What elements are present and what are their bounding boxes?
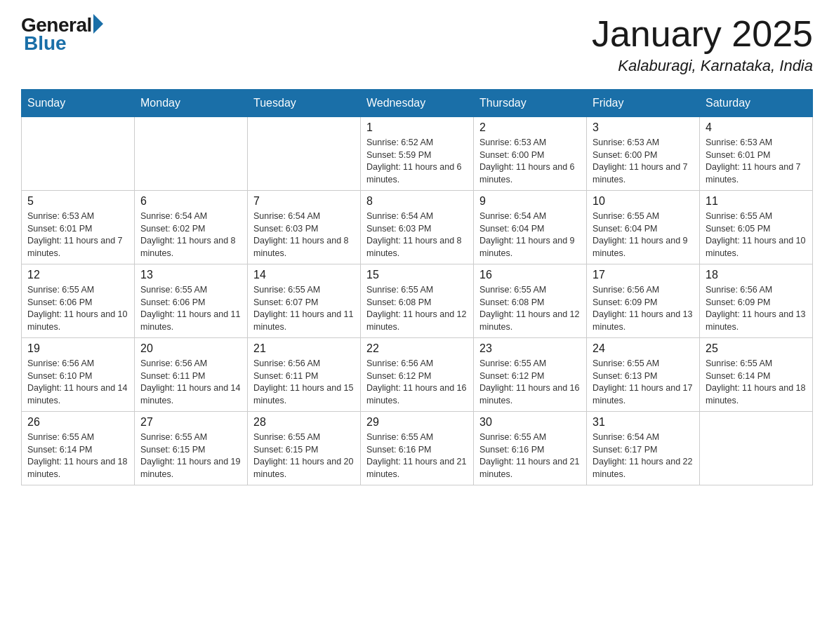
day-info: Sunrise: 6:55 AMSunset: 6:05 PMDaylight:…: [706, 210, 807, 260]
calendar-cell: 26Sunrise: 6:55 AMSunset: 6:14 PMDayligh…: [22, 412, 135, 485]
calendar-cell: 21Sunrise: 6:56 AMSunset: 6:11 PMDayligh…: [248, 338, 361, 412]
day-info: Sunrise: 6:55 AMSunset: 6:14 PMDaylight:…: [706, 358, 807, 407]
calendar-cell: 1Sunrise: 6:52 AMSunset: 5:59 PMDaylight…: [361, 117, 474, 191]
day-number: 11: [706, 195, 807, 208]
day-number: 30: [479, 416, 581, 429]
calendar-body: 1Sunrise: 6:52 AMSunset: 5:59 PMDaylight…: [22, 117, 813, 485]
day-info: Sunrise: 6:55 AMSunset: 6:07 PMDaylight:…: [253, 284, 355, 333]
day-info: Sunrise: 6:56 AMSunset: 6:11 PMDaylight:…: [140, 358, 241, 407]
title-block: January 2025 Kalaburagi, Karnataka, Indi…: [592, 14, 813, 75]
calendar-cell: 28Sunrise: 6:55 AMSunset: 6:15 PMDayligh…: [248, 412, 361, 485]
day-number: 27: [140, 416, 241, 429]
calendar-week-row: 19Sunrise: 6:56 AMSunset: 6:10 PMDayligh…: [22, 338, 813, 412]
calendar-table: SundayMondayTuesdayWednesdayThursdayFrid…: [21, 89, 813, 485]
calendar-cell: 20Sunrise: 6:56 AMSunset: 6:11 PMDayligh…: [135, 338, 248, 412]
day-number: 18: [706, 269, 807, 281]
calendar-week-row: 5Sunrise: 6:53 AMSunset: 6:01 PMDaylight…: [22, 191, 813, 264]
calendar-cell: 18Sunrise: 6:56 AMSunset: 6:09 PMDayligh…: [700, 264, 813, 338]
location-text: Kalaburagi, Karnataka, India: [592, 57, 813, 75]
calendar-cell: 5Sunrise: 6:53 AMSunset: 6:01 PMDaylight…: [22, 191, 135, 264]
calendar-cell: 14Sunrise: 6:55 AMSunset: 6:07 PMDayligh…: [248, 264, 361, 338]
day-info: Sunrise: 6:55 AMSunset: 6:15 PMDaylight:…: [253, 431, 355, 481]
logo-blue-text: Blue: [24, 32, 67, 55]
day-info: Sunrise: 6:52 AMSunset: 5:59 PMDaylight:…: [366, 137, 468, 186]
calendar-cell: 3Sunrise: 6:53 AMSunset: 6:00 PMDaylight…: [587, 117, 700, 191]
day-number: 31: [593, 416, 694, 429]
calendar-cell: 10Sunrise: 6:55 AMSunset: 6:04 PMDayligh…: [587, 191, 700, 264]
weekday-header-saturday: Saturday: [700, 90, 813, 117]
day-number: 4: [706, 121, 807, 134]
calendar-cell: 19Sunrise: 6:56 AMSunset: 6:10 PMDayligh…: [22, 338, 135, 412]
day-info: Sunrise: 6:56 AMSunset: 6:12 PMDaylight:…: [366, 358, 468, 407]
day-number: 23: [479, 342, 581, 355]
day-info: Sunrise: 6:55 AMSunset: 6:08 PMDaylight:…: [366, 284, 468, 333]
day-info: Sunrise: 6:55 AMSunset: 6:06 PMDaylight:…: [27, 284, 128, 333]
weekday-header-tuesday: Tuesday: [248, 90, 361, 117]
day-number: 9: [479, 195, 581, 208]
calendar-cell: 2Sunrise: 6:53 AMSunset: 6:00 PMDaylight…: [474, 117, 587, 191]
calendar-cell: 11Sunrise: 6:55 AMSunset: 6:05 PMDayligh…: [700, 191, 813, 264]
calendar-cell: 4Sunrise: 6:53 AMSunset: 6:01 PMDaylight…: [700, 117, 813, 191]
day-info: Sunrise: 6:53 AMSunset: 6:00 PMDaylight:…: [593, 137, 694, 186]
day-number: 29: [366, 416, 468, 429]
day-info: Sunrise: 6:56 AMSunset: 6:10 PMDaylight:…: [27, 358, 128, 407]
calendar-cell: [22, 117, 135, 191]
day-number: 24: [593, 342, 694, 355]
day-number: 16: [479, 269, 581, 281]
day-number: 3: [593, 121, 694, 134]
day-info: Sunrise: 6:55 AMSunset: 6:14 PMDaylight:…: [27, 431, 128, 481]
calendar-cell: 9Sunrise: 6:54 AMSunset: 6:04 PMDaylight…: [474, 191, 587, 264]
calendar-cell: 16Sunrise: 6:55 AMSunset: 6:08 PMDayligh…: [474, 264, 587, 338]
page-header: General Blue January 2025 Kalaburagi, Ka…: [21, 14, 813, 75]
day-number: 7: [253, 195, 355, 208]
calendar-cell: 7Sunrise: 6:54 AMSunset: 6:03 PMDaylight…: [248, 191, 361, 264]
calendar-cell: 24Sunrise: 6:55 AMSunset: 6:13 PMDayligh…: [587, 338, 700, 412]
calendar-cell: 31Sunrise: 6:54 AMSunset: 6:17 PMDayligh…: [587, 412, 700, 485]
day-info: Sunrise: 6:54 AMSunset: 6:04 PMDaylight:…: [479, 210, 581, 260]
calendar-week-row: 1Sunrise: 6:52 AMSunset: 5:59 PMDaylight…: [22, 117, 813, 191]
day-number: 2: [479, 121, 581, 134]
day-info: Sunrise: 6:55 AMSunset: 6:13 PMDaylight:…: [593, 358, 694, 407]
day-number: 10: [593, 195, 694, 208]
calendar-cell: [700, 412, 813, 485]
day-number: 20: [140, 342, 241, 355]
day-info: Sunrise: 6:54 AMSunset: 6:17 PMDaylight:…: [593, 431, 694, 481]
weekday-header-sunday: Sunday: [22, 90, 135, 117]
calendar-cell: 25Sunrise: 6:55 AMSunset: 6:14 PMDayligh…: [700, 338, 813, 412]
day-info: Sunrise: 6:56 AMSunset: 6:09 PMDaylight:…: [706, 284, 807, 333]
day-info: Sunrise: 6:55 AMSunset: 6:16 PMDaylight:…: [366, 431, 468, 481]
weekday-header-friday: Friday: [587, 90, 700, 117]
calendar-header: SundayMondayTuesdayWednesdayThursdayFrid…: [22, 90, 813, 117]
calendar-cell: 8Sunrise: 6:54 AMSunset: 6:03 PMDaylight…: [361, 191, 474, 264]
weekday-header-monday: Monday: [135, 90, 248, 117]
calendar-cell: [135, 117, 248, 191]
logo: General Blue: [21, 14, 103, 55]
day-number: 14: [253, 269, 355, 281]
day-info: Sunrise: 6:56 AMSunset: 6:11 PMDaylight:…: [253, 358, 355, 407]
day-info: Sunrise: 6:55 AMSunset: 6:04 PMDaylight:…: [593, 210, 694, 260]
day-number: 6: [140, 195, 241, 208]
day-info: Sunrise: 6:54 AMSunset: 6:03 PMDaylight:…: [253, 210, 355, 260]
day-number: 21: [253, 342, 355, 355]
day-number: 15: [366, 269, 468, 281]
month-title: January 2025: [592, 14, 813, 54]
day-number: 22: [366, 342, 468, 355]
calendar-cell: 29Sunrise: 6:55 AMSunset: 6:16 PMDayligh…: [361, 412, 474, 485]
day-number: 19: [27, 342, 128, 355]
calendar-cell: 30Sunrise: 6:55 AMSunset: 6:16 PMDayligh…: [474, 412, 587, 485]
logo-arrow-icon: [93, 14, 103, 34]
day-number: 12: [27, 269, 128, 281]
calendar-cell: 15Sunrise: 6:55 AMSunset: 6:08 PMDayligh…: [361, 264, 474, 338]
calendar-week-row: 12Sunrise: 6:55 AMSunset: 6:06 PMDayligh…: [22, 264, 813, 338]
day-info: Sunrise: 6:55 AMSunset: 6:16 PMDaylight:…: [479, 431, 581, 481]
day-number: 1: [366, 121, 468, 134]
day-info: Sunrise: 6:53 AMSunset: 6:01 PMDaylight:…: [27, 210, 128, 260]
weekday-header-thursday: Thursday: [474, 90, 587, 117]
calendar-cell: 17Sunrise: 6:56 AMSunset: 6:09 PMDayligh…: [587, 264, 700, 338]
calendar-week-row: 26Sunrise: 6:55 AMSunset: 6:14 PMDayligh…: [22, 412, 813, 485]
weekday-header-wednesday: Wednesday: [361, 90, 474, 117]
day-number: 25: [706, 342, 807, 355]
day-number: 28: [253, 416, 355, 429]
day-info: Sunrise: 6:56 AMSunset: 6:09 PMDaylight:…: [593, 284, 694, 333]
calendar-cell: 6Sunrise: 6:54 AMSunset: 6:02 PMDaylight…: [135, 191, 248, 264]
